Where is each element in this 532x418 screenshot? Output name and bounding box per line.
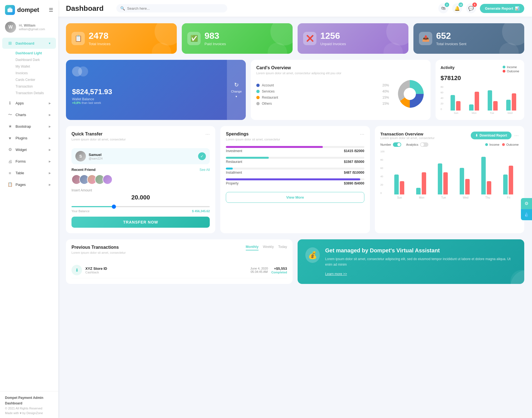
- chevron-right-icon-widget: ▶: [49, 148, 51, 151]
- transfer-person-card: S Samuel @sam224 ✓: [71, 148, 210, 164]
- income-dot: [503, 66, 505, 68]
- amount-slider[interactable]: [71, 206, 210, 207]
- restaurant-label: Restaurant: [262, 96, 380, 99]
- cart-button[interactable]: 🛍 2: [438, 3, 448, 13]
- quick-transfer-title: Quick Transfer: [71, 132, 126, 137]
- sidebar-item-charts[interactable]: 〜 Charts ▶: [2, 109, 56, 120]
- outcome-legend: Outcome: [503, 70, 519, 73]
- big-bar-tue-income: [438, 163, 442, 194]
- quick-transfer-menu-icon[interactable]: ⋯: [205, 132, 210, 137]
- dashboard-icon: ⊞: [7, 40, 13, 46]
- download-report-button[interactable]: ⬇ Download Report: [471, 132, 511, 139]
- view-more-button[interactable]: View More: [226, 192, 364, 203]
- search-input[interactable]: [127, 6, 223, 11]
- sidebar-item-widget[interactable]: ⚙ Widget ▶: [2, 144, 56, 155]
- sub-item-cards-center[interactable]: Cards Center: [13, 76, 58, 83]
- apps-icon: ℹ: [7, 100, 13, 106]
- water-side-button[interactable]: 💧: [521, 209, 532, 220]
- spendings-menu-icon[interactable]: ⋯: [360, 132, 364, 137]
- balance-row: Your Balance $ 456,345.62: [71, 209, 210, 213]
- chart-x-labels: SunMonTueWed: [441, 112, 519, 114]
- sidebar-navigation: ⊞ Dashboard ▼ Dashboard Light Dashboard …: [0, 35, 58, 391]
- change-label: Change: [231, 90, 242, 93]
- sub-item-my-wallet[interactable]: My Wallet: [13, 63, 58, 70]
- notification-button[interactable]: 🔔 12: [452, 3, 462, 13]
- restaurant-spending-name: Restaurant: [226, 160, 242, 164]
- sidebar-item-table[interactable]: ≡ Table ▶: [2, 167, 56, 178]
- previous-transactions-panel: Previous Transactions Lorem ipsum dolor …: [66, 239, 293, 284]
- account-label: Account: [262, 83, 380, 87]
- wallet-change-button[interactable]: ↻ Change ▾: [227, 60, 246, 120]
- sidebar-item-forms[interactable]: 🖨 Forms ▶: [2, 156, 56, 167]
- stat-card-total-invoices: 📋 2478 Total Invoices: [66, 23, 177, 54]
- sub-item-transaction[interactable]: Transaction: [13, 83, 58, 90]
- logo-icon: [5, 5, 15, 15]
- footer-title: Dompet Payment Admin Dashboard: [5, 395, 53, 406]
- cards-overview-panel: Card's Overview Lorem ipsum dolor sit am…: [251, 60, 431, 120]
- big-bar-chart: 100806040200: [380, 150, 519, 194]
- others-pct: 15%: [382, 102, 389, 106]
- sidebar-item-label: Dashboard: [16, 41, 45, 45]
- transaction-overview-title: Transaction Overview: [380, 132, 435, 136]
- overview-menu-icon[interactable]: ⋯: [514, 133, 519, 138]
- generate-report-button[interactable]: Generate Report 📊: [480, 4, 524, 13]
- hamburger-icon[interactable]: ☰: [49, 7, 53, 13]
- big-bar-thu-outcome: [487, 181, 491, 194]
- sidebar-item-dashboard[interactable]: ⊞ Dashboard ▼: [2, 38, 56, 49]
- big-bar-fri-income: [503, 175, 508, 194]
- invoice-icon: 📋: [71, 32, 85, 45]
- bar-sun-outcome: [456, 101, 461, 111]
- number-toggle[interactable]: [393, 142, 401, 147]
- sidebar-item-plugins[interactable]: ♥ Plugins ▶: [2, 132, 56, 143]
- sidebar-item-pages[interactable]: 📋 Pages ▶: [2, 179, 56, 190]
- person-handle: @sam224: [89, 157, 103, 160]
- number-toggle-group: Number: [380, 142, 401, 147]
- investment-name: Investment: [226, 149, 242, 153]
- tab-monthly[interactable]: Monthly: [246, 245, 259, 250]
- sent-icon: 📤: [419, 32, 432, 45]
- message-button[interactable]: 💬 5: [466, 3, 476, 13]
- chevron-right-icon: ▶: [49, 102, 51, 105]
- drop-icon: 💧: [524, 212, 529, 217]
- overview-item-others: Others 15%: [256, 102, 389, 106]
- transaction-amount: +$5,553: [271, 266, 287, 271]
- spending-item-investment: Investment $1415 /$2000: [226, 146, 364, 153]
- sidebar-footer: Dompet Payment Admin Dashboard © 2021 Al…: [0, 391, 58, 418]
- charts-icon: 〜: [7, 112, 13, 117]
- big-bar-tue-outcome: [443, 172, 448, 194]
- sub-item-transaction-details[interactable]: Transaction Details: [13, 90, 58, 96]
- outcome-chart-label: Outcome: [506, 143, 519, 146]
- amount-section: Insert Amount 20.000 Your Balance $ 456,…: [71, 188, 210, 213]
- services-label: Services: [262, 89, 380, 93]
- sub-item-dashboard-dark[interactable]: Dashboard Dark: [13, 57, 58, 63]
- installment-bar: [226, 168, 233, 170]
- toggle-knob-2: [421, 143, 424, 146]
- account-dot: [256, 84, 260, 87]
- analytics-toggle[interactable]: [420, 142, 428, 147]
- outcome-label: Outcome: [507, 70, 519, 73]
- sidebar-item-bootstrap[interactable]: ★ Bootstrap ▶: [2, 121, 56, 132]
- big-bar-fri-outcome: [509, 166, 513, 194]
- wallet-circle-right: [78, 66, 88, 76]
- notification-badge: 12: [459, 2, 463, 7]
- overview-item-services: Services 40%: [256, 89, 389, 93]
- sub-item-dashboard-light[interactable]: Dashboard Light: [13, 50, 58, 57]
- virtual-assistant-link[interactable]: Learn more >>: [325, 272, 347, 276]
- transfer-now-button[interactable]: TRANSFER NOW: [71, 217, 210, 228]
- sidebar-item-apps[interactable]: ℹ Apps ▶: [2, 98, 56, 109]
- tab-weekly[interactable]: Weekly: [263, 245, 274, 250]
- see-all-link[interactable]: See All: [200, 168, 210, 172]
- tab-today[interactable]: Today: [278, 245, 287, 250]
- transaction-time: 05:34:45 AM: [250, 270, 268, 273]
- sub-item-invoices[interactable]: Invoices: [13, 70, 58, 76]
- bar-group-wed: [503, 93, 519, 111]
- person-avatar: S: [75, 151, 86, 161]
- prev-transactions-tabs: Monthly Weekly Today: [246, 245, 287, 250]
- recent-friends-avatars: [71, 175, 210, 184]
- chevron-right-icon-charts: ▶: [49, 113, 51, 116]
- settings-side-button[interactable]: ⚙: [521, 198, 532, 209]
- spendings-title: Spendings: [226, 132, 280, 137]
- topbar-actions: 🛍 2 🔔 12 💬 5 Generate Report 📊: [438, 3, 524, 13]
- search-bar[interactable]: 🔍: [116, 4, 227, 12]
- unpaid-icon: ❌: [303, 32, 316, 45]
